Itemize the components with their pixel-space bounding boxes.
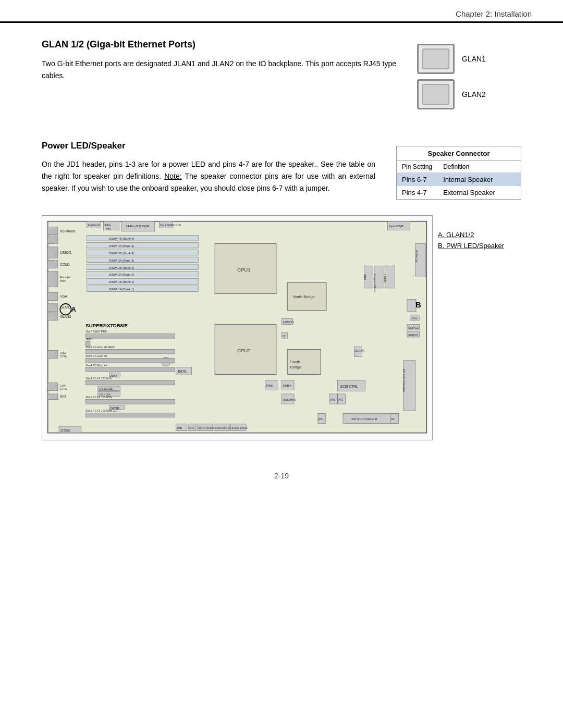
svg-rect-2 (48, 236, 58, 243)
speaker-note: Note: (164, 172, 181, 180)
svg-text:FF-Pin Ctrl: FF-Pin Ctrl (415, 250, 418, 262)
glan-heading: GLAN 1/2 (Giga-bit Ethernet Ports) (42, 39, 396, 51)
svg-rect-22 (48, 383, 58, 391)
glan-image: GLAN1 GLAN2 (417, 39, 521, 109)
svg-rect-82 (85, 380, 175, 385)
svg-text:328 SCSI Channel B: 328 SCSI Channel B (351, 417, 377, 421)
svg-text:SATA0 SATA1: SATA0 SATA1 (215, 427, 231, 429)
svg-text:JPL 1/2  J2B: JPL 1/2 J2B (99, 388, 113, 390)
svg-text:USB2/MPO: USB2/MPO (283, 399, 296, 401)
svg-rect-48 (87, 264, 198, 270)
glan2-label: GLAN2 (462, 90, 486, 98)
svg-rect-50 (87, 272, 198, 277)
svg-text:8-pin PWR: 8-pin PWR (389, 225, 403, 228)
label-b: B. PWR LED/Speaker (438, 242, 521, 250)
svg-text:Floppy: Floppy (384, 274, 387, 282)
svg-text:PWR: PWR (105, 227, 112, 230)
speaker-text: Power LED/Speaker On the JD1 header, pin… (42, 141, 375, 200)
svg-text:Fan/Fan2: Fan/Fan2 (88, 224, 100, 227)
svg-text:jPA1: jPA1 (318, 418, 324, 421)
svg-text:Slot5  PCI-Exp x8: Slot5 PCI-Exp x8 (85, 354, 107, 357)
diagram-outer: KB/Mouse USB0/1 COM1 Parallel Port VGA G… (42, 215, 521, 440)
svg-text:SGPIO2: SGPIO2 (408, 326, 419, 329)
svg-text:SMB: SMB (177, 427, 182, 429)
svg-text:PWH: PWH (266, 384, 274, 387)
glan-section: GLAN 1/2 (Giga-bit Ethernet Ports) Two G… (42, 39, 521, 109)
col-header-pin: Pin Setting (397, 161, 438, 173)
svg-text:SIO: SIO (60, 394, 66, 398)
svg-text:South: South (290, 360, 301, 364)
svg-text:Slot3  PCI-X 133 MHz: Slot3 PCI-X 133 MHz (85, 377, 112, 380)
svg-text:LAN: LAN (60, 384, 66, 387)
svg-text:X7DB8/E: X7DB8/E (107, 323, 128, 328)
chapter-title: Chapter 2: Installation (456, 9, 532, 18)
svg-text:JCOM2: JCOM2 (60, 429, 70, 432)
svg-text:Slot7  SMLP PM8: Slot7 SMLP PM8 (85, 330, 107, 333)
svg-text:CTRL: CTRL (60, 355, 67, 358)
speaker-table-container: Speaker Connector Pin Setting Definition… (396, 141, 521, 200)
svg-text:DIMM 2B (Bank 2): DIMM 2B (Bank 2) (109, 266, 134, 269)
glan-body: Two G-bit Ethernet ports are designated … (42, 58, 396, 82)
svg-rect-46 (87, 257, 198, 263)
svg-rect-92 (85, 413, 175, 417)
glan1-row: GLAN1 (417, 44, 486, 74)
svg-text:jPA1: jPA1 (329, 399, 335, 401)
svg-text:SUPER®: SUPER® (85, 323, 106, 328)
svg-text:DIMM 4B (Bank 4): DIMM 4B (Bank 4) (109, 237, 134, 240)
svg-text:VGA: VGA (60, 352, 66, 355)
table-row-pins47: Pins 4-7 External Speaker (397, 186, 521, 200)
pin-47: Pins 4-7 (397, 186, 438, 200)
svg-rect-40 (87, 235, 198, 241)
motherboard-diagram: KB/Mouse USB0/1 COM1 Parallel Port VGA G… (42, 215, 433, 440)
speaker-heading: Power LED/Speaker (42, 141, 375, 151)
svg-rect-105 (407, 299, 416, 312)
svg-text:JOH: JOH (411, 317, 417, 320)
speaker-body: On the JD1 header, pins 1-3 are for a po… (42, 158, 375, 194)
svg-text:DIMM 1B (Bank 1): DIMM 1B (Bank 1) (109, 280, 134, 283)
svg-text:jPA2: jPA2 (337, 399, 343, 401)
glan2-row: GLAN2 (417, 79, 486, 109)
page-footer: 2-19 (0, 461, 563, 485)
svg-text:4-Pin: 4-Pin (105, 224, 111, 227)
svg-text:CUSBT1: CUSBT1 (283, 320, 294, 324)
svg-text:VGA: VGA (60, 294, 67, 298)
svg-text:Parallel: Parallel (60, 276, 70, 279)
svg-text:Slot6  PCI-Exp x8    SEPC: Slot6 PCI-Exp x8 SEPC (85, 346, 115, 349)
svg-text:B: B (415, 300, 421, 309)
svg-text:Slot1  PCI-X 100 MHz ZCR: Slot1 PCI-X 100 MHz ZCR (85, 409, 118, 412)
def-internal: Internal Speaker (438, 173, 521, 187)
speaker-connector-table: Speaker Connector Pin Setting Definition… (396, 146, 521, 200)
svg-rect-44 (87, 250, 198, 255)
page-number: 2-19 (274, 472, 289, 480)
col-header-def: Definition (438, 161, 521, 173)
svg-text:GLAN1: GLAN1 (60, 305, 71, 309)
svg-text:Slot2  PCI-X 133 MHz: Slot2 PCI-X 133 MHz (85, 396, 112, 399)
diagram-labels: A. GLAN1/2 B. PWR LED/Speaker (438, 215, 521, 250)
def-external: External Speaker (438, 186, 521, 200)
svg-text:USB4: USB4 (283, 384, 291, 387)
glan1-port-diagram (417, 44, 455, 74)
svg-rect-16 (48, 313, 58, 320)
svg-text:DA: DA (391, 418, 395, 421)
svg-text:DIMM 1A (Bank 1): DIMM 1A (Bank 1) (109, 288, 134, 291)
glan-text: GLAN 1/2 (Giga-bit Ethernet Ports) Two G… (42, 39, 396, 109)
main-content: GLAN 1/2 (Giga-bit Ethernet Ports) Two G… (0, 23, 563, 461)
svg-text:CPU1: CPU1 (237, 267, 251, 273)
svg-text:SCSI CTRL: SCSI CTRL (340, 385, 358, 388)
svg-text:SATA4 SATA5: SATA4 SATA5 (198, 427, 214, 429)
pin-67: Pins 6-7 (397, 173, 438, 187)
svg-text:Bridge: Bridge (290, 365, 302, 369)
svg-text:DIMM 4A (Bank 4): DIMM 4A (Bank 4) (109, 244, 134, 248)
svg-text:DIMM 2A (Bank 2): DIMM 2A (Bank 2) (109, 273, 134, 276)
page-header: Chapter 2: Installation (0, 0, 563, 23)
svg-text:COM1: COM1 (60, 263, 70, 266)
svg-text:JCF/JWF: JCF/JWF (354, 350, 365, 352)
svg-text:SGPIO1: SGPIO1 (408, 334, 419, 337)
svg-text:DIMM 3B (Bank 3): DIMM 3B (Bank 3) (109, 252, 134, 255)
svg-text:BIOS: BIOS (178, 369, 186, 373)
glan1-label: GLAN1 (462, 55, 486, 63)
glan2-port-inner (422, 84, 449, 105)
svg-text:GLAN2: GLAN2 (60, 315, 71, 318)
svg-text:INT1: INT1 (189, 427, 194, 429)
svg-text:IDE1: IDE1 (363, 274, 366, 280)
